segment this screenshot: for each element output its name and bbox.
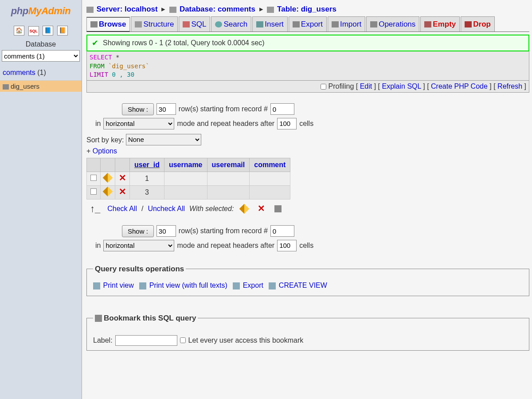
in-label: in [95,120,101,128]
tab-import[interactable]: Import [328,16,365,31]
show-button[interactable]: Show : [122,103,154,115]
sidebar-db-link[interactable]: comments (1) [0,67,82,78]
table-header-row: user_id username useremail comment [87,158,290,172]
logo: phpMyAdmin [0,2,82,19]
cell-useremail [207,172,250,185]
view-icon [269,282,276,289]
delete-icon[interactable]: ✕ [119,188,126,196]
th-user-id[interactable]: user_id [130,158,164,172]
bookmark-input[interactable] [115,335,177,346]
tab-search[interactable]: Search [211,16,251,31]
sql-icon[interactable] [28,26,39,36]
database-select[interactable]: comments (1) [2,50,80,62]
repeat-input[interactable] [277,118,297,129]
ops-legend: Query results operations [93,265,186,274]
bc-table[interactable]: Table: dig_users [277,5,336,13]
sortkey-select[interactable]: None [126,134,201,145]
bc-server[interactable]: Server: localhost [97,5,158,13]
uncheck-all-link[interactable]: Uncheck All [148,205,185,213]
cells-label: cells [299,120,313,128]
show-controls-bottom: Show : row(s) starting from record # [122,225,529,237]
sidebar-table-item[interactable]: dig_users [0,80,82,92]
tab-insert[interactable]: Insert [252,16,288,31]
rows-label: row(s) starting from record # [179,105,268,113]
start-input[interactable] [270,225,294,237]
rows-input[interactable] [156,103,176,115]
home-icon[interactable] [14,26,24,35]
repeat-input[interactable] [277,240,297,251]
th-checkbox [87,158,101,172]
print-view-link[interactable]: Print view [103,282,133,289]
tab-structure[interactable]: Structure [131,16,178,31]
table-icon [267,7,274,13]
cell-user-id: 1 [130,172,164,185]
mode-select[interactable]: horizontal [103,118,174,129]
in-label: in [95,242,101,250]
insert-icon [256,21,263,27]
th-useremail[interactable]: useremail [207,158,250,172]
bookmark-icon [95,315,102,322]
edit-icon[interactable] [103,172,113,183]
th-username[interactable]: username [164,158,207,172]
mode-controls-top: in horizontal mode and repeat headers af… [95,118,529,129]
mode-select[interactable]: horizontal [103,240,174,251]
logo-myadmin: MyAdmin [28,5,71,16]
tab-drop[interactable]: Drop [461,16,495,31]
th-comment[interactable]: comment [250,158,290,172]
bulk-export-icon[interactable] [274,205,282,212]
table-row: ✕ 3 [87,185,290,199]
db-count: (1) [35,69,46,76]
structure-icon [135,21,142,27]
profiling-checkbox[interactable] [321,84,326,90]
bulk-edit-icon[interactable] [239,203,250,214]
database-label: Database [0,40,82,48]
export-icon [293,21,300,27]
start-input[interactable] [270,103,294,115]
rows-label: row(s) starting from record # [179,227,268,235]
table-icon [3,84,9,90]
rows-input[interactable] [156,225,176,237]
create-view-link[interactable]: CREATE VIEW [279,282,327,289]
export-link[interactable]: Export [243,282,263,289]
cell-username [164,185,207,199]
edit-icon[interactable] [103,186,113,196]
bookmark-public-checkbox[interactable] [180,337,186,343]
cell-user-id: 3 [130,185,164,199]
cell-comment [250,185,290,199]
mode-label: mode and repeat headers after [177,242,274,250]
print-full-link[interactable]: Print view (with full texts) [149,282,227,289]
bookmark-legend: Bookmark this SQL query [93,314,198,323]
row-checkbox[interactable] [90,175,97,181]
with-selected-label: With selected: [189,205,234,213]
docs-icon[interactable] [43,26,53,35]
tab-empty[interactable]: Empty [420,16,460,31]
row-checkbox[interactable] [90,188,97,195]
bc-database[interactable]: Database: comments [180,5,255,13]
show-button[interactable]: Show : [122,225,154,237]
bulk-delete-icon[interactable]: ✕ [258,205,265,212]
edit-sql-link[interactable]: Edit [360,82,372,90]
main-content: Server: localhost ▸ Database: comments ▸… [82,0,532,399]
refresh-link[interactable]: Refresh [497,82,522,90]
tabs: Browse Structure SQL Search Insert Expor… [86,16,529,32]
query-window-icon[interactable] [57,26,68,35]
delete-icon[interactable]: ✕ [119,175,126,182]
tab-export[interactable]: Export [289,16,327,31]
sort-by-key: Sort by key: None [86,134,529,145]
sql-tab-icon [183,21,190,27]
explain-sql-link[interactable]: Explain SQL [382,82,421,90]
table-row: ✕ 1 [87,172,290,185]
tab-sql[interactable]: SQL [179,16,210,31]
create-php-link[interactable]: Create PHP Code [431,82,488,90]
data-table: user_id username useremail comment ✕ 1 ✕… [86,158,290,200]
tab-operations[interactable]: Operations [366,16,419,31]
check-all-link[interactable]: Check All [107,205,137,213]
import-icon [332,21,339,27]
breadcrumb: Server: localhost ▸ Database: comments ▸… [86,3,529,16]
print-icon [93,282,100,289]
options-toggle[interactable]: + Options [86,147,529,155]
logo-php: php [11,5,28,16]
tab-browse[interactable]: Browse [86,17,130,32]
query-results-operations: Query results operations Print view Prin… [86,265,529,296]
sql-display: SELECT * FROM `dig_users` LIMIT 0 , 30 [86,51,529,81]
